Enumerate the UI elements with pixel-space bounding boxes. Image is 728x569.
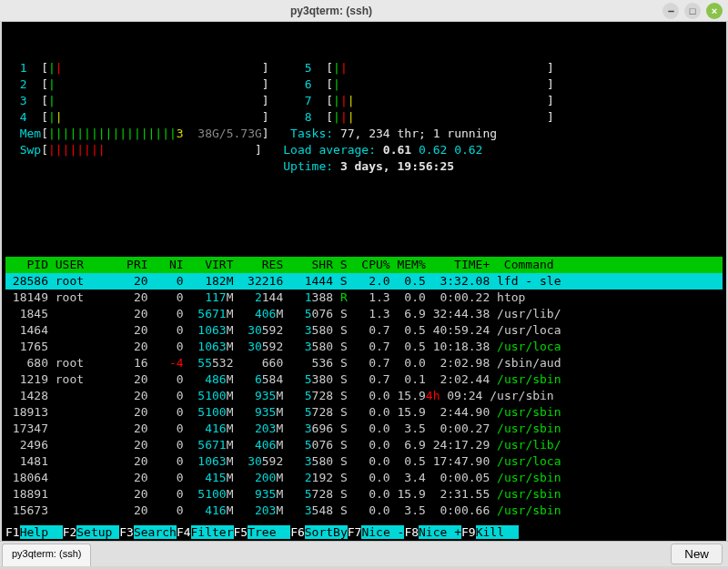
- terminal-view[interactable]: 1 [|| ] 5 [|| ] 2 [| ] 6 [| ] 3 [| ] 7 […: [2, 22, 726, 541]
- process-row[interactable]: 1765 20 0 1063M 30592 3580 S 0.7 0.5 10:…: [5, 339, 723, 355]
- cpu-meter-row: 3 [| ] 7 [||| ]: [5, 93, 723, 109]
- tab-bar: py3qterm: (ssh) New: [0, 541, 728, 566]
- fnkey-F9[interactable]: F9: [461, 525, 476, 539]
- process-row[interactable]: 1219 root 20 0 486M 6584 5380 S 0.7 0.1 …: [5, 371, 723, 388]
- fnkey-F1[interactable]: F1: [5, 525, 20, 539]
- fnlabel-F8[interactable]: Nice +: [419, 525, 461, 539]
- fnkey-F5[interactable]: F5: [234, 525, 248, 539]
- fnlabel-F6[interactable]: SortBy: [305, 525, 348, 539]
- cpu-meter-row: 1 [|| ] 5 [|| ]: [5, 60, 723, 76]
- fnkey-F6[interactable]: F6: [290, 525, 305, 539]
- process-row[interactable]: 2496 20 0 5671M 406M 5076 S 0.0 6.9 24:1…: [5, 437, 723, 453]
- fnlabel-F4[interactable]: Filter: [191, 525, 234, 539]
- process-row[interactable]: 15673 20 0 416M 203M 3548 S 0.0 3.5 0:00…: [5, 503, 723, 519]
- new-tab-button[interactable]: New: [671, 544, 723, 564]
- swap-meter: Swp[|||||||| ] Load average: 0.61 0.62 0…: [5, 142, 723, 158]
- fnlabel-F5[interactable]: Tree: [248, 525, 290, 539]
- process-row[interactable]: 1481 20 0 1063M 30592 3580 S 0.0 0.5 17:…: [5, 453, 723, 470]
- fnlabel-F1[interactable]: Help: [20, 525, 63, 539]
- process-row[interactable]: 1845 20 0 5671M 406M 5076 S 1.3 6.9 32:4…: [5, 306, 723, 322]
- window-titlebar: py3qterm: (ssh) ‒ □ ×: [0, 0, 728, 22]
- cpu-meter-row: 2 [| ] 6 [| ]: [5, 76, 723, 93]
- close-button[interactable]: ×: [706, 3, 723, 19]
- fnlabel-F9[interactable]: Kill: [476, 525, 519, 539]
- fnkey-F4[interactable]: F4: [177, 525, 191, 539]
- fnkey-F7[interactable]: F7: [348, 525, 362, 539]
- maximize-button[interactable]: □: [684, 3, 701, 19]
- cpu-meter-row: 4 [|| ] 8 [||| ]: [5, 109, 723, 126]
- process-header[interactable]: PID USER PRI NI VIRT RES SHR S CPU% MEM%…: [5, 257, 723, 273]
- fnkey-F2[interactable]: F2: [63, 525, 77, 539]
- process-row[interactable]: 18064 20 0 415M 200M 2192 S 0.0 3.4 0:00…: [5, 470, 723, 486]
- fnkey-F8[interactable]: F8: [404, 525, 419, 539]
- tab-terminal-0[interactable]: py3qterm: (ssh): [2, 544, 91, 566]
- process-row[interactable]: 28586 root 20 0 182M 32216 1444 S 2.0 0.…: [5, 273, 723, 290]
- process-row[interactable]: 18913 20 0 5100M 935M 5728 S 0.0 15.9 2:…: [5, 404, 723, 421]
- fnkey-F3[interactable]: F3: [119, 525, 134, 539]
- process-row[interactable]: 18891 20 0 5100M 935M 5728 S 0.0 15.9 2:…: [5, 486, 723, 503]
- function-key-bar: F1Help F2Setup F3SearchF4FilterF5Tree F6…: [5, 524, 723, 541]
- fnlabel-F2[interactable]: Setup: [76, 525, 119, 539]
- window-title: py3qterm: (ssh): [5, 5, 657, 17]
- fnlabel-F7[interactable]: Nice -: [361, 525, 404, 539]
- process-row[interactable]: 1464 20 0 1063M 30592 3580 S 0.7 0.5 40:…: [5, 322, 723, 339]
- fnlabel-F3[interactable]: Search: [134, 525, 177, 539]
- process-row[interactable]: 680 root 16 -4 55532 660 536 S 0.7 0.0 2…: [5, 355, 723, 371]
- mem-meter: Mem[||||||||||||||||||3 38G/5.73G] Tasks…: [5, 126, 723, 142]
- minimize-button[interactable]: ‒: [662, 3, 679, 19]
- process-row[interactable]: 17347 20 0 416M 203M 3696 S 0.0 3.5 0:00…: [5, 421, 723, 437]
- uptime: Uptime: 3 days, 19:56:25: [5, 158, 723, 175]
- process-row[interactable]: 18149 root 20 0 117M 2144 1388 R 1.3 0.0…: [5, 290, 723, 306]
- process-row[interactable]: 1428 20 0 5100M 935M 5728 S 0.0 15.94h 0…: [5, 388, 723, 404]
